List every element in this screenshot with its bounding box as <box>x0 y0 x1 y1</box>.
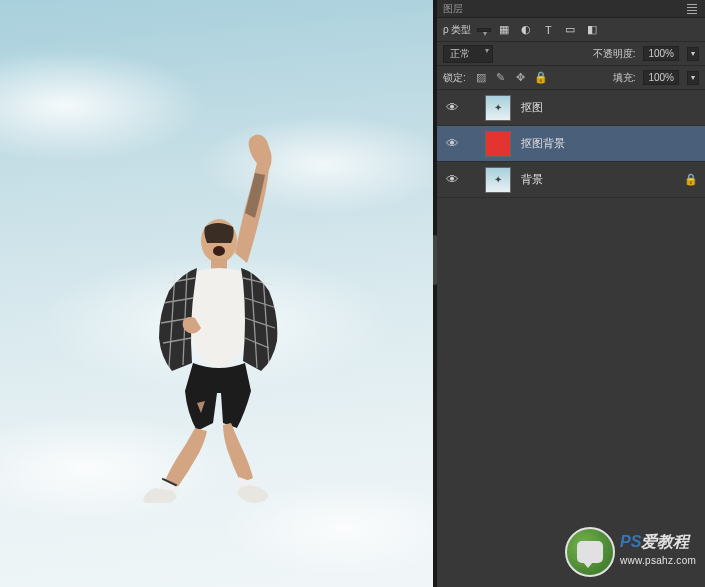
layer-thumbnail[interactable] <box>485 167 511 193</box>
layer-row[interactable]: 👁 背景 🔒 <box>437 162 705 198</box>
opacity-dropdown-icon[interactable]: ▾ <box>687 47 699 61</box>
filter-pixel-icon[interactable]: ▦ <box>497 23 511 37</box>
layer-row[interactable]: 👁 抠图 <box>437 90 705 126</box>
filter-type-dropdown[interactable] <box>477 28 491 32</box>
panel-tab-label[interactable]: 图层 <box>443 2 463 16</box>
opacity-value[interactable]: 100% <box>643 46 679 61</box>
visibility-icon[interactable]: 👁 <box>441 100 463 115</box>
visibility-icon[interactable]: 👁 <box>441 172 463 187</box>
layers-panel: 图层 ρ 类型 ▦ ◐ T ▭ ◧ 正常 不透明度: 100% ▾ 锁定: <box>437 0 705 587</box>
filter-text-icon[interactable]: T <box>541 23 555 37</box>
fill-dropdown-icon[interactable]: ▾ <box>687 71 699 85</box>
layer-lock-indicator: 🔒 <box>681 173 701 186</box>
canvas[interactable] <box>0 0 433 587</box>
opacity-label: 不透明度: <box>593 47 636 61</box>
layer-thumbnail[interactable] <box>485 95 511 121</box>
svg-point-1 <box>213 246 225 256</box>
layer-name-label[interactable]: 抠图背景 <box>515 136 677 151</box>
lock-fill-row: 锁定: ▨ ✎ ✥ 🔒 填充: 100% ▾ <box>437 66 705 90</box>
filter-adjustment-icon[interactable]: ◐ <box>519 23 533 37</box>
layer-name-label[interactable]: 抠图 <box>515 100 677 115</box>
blend-mode-dropdown[interactable]: 正常 <box>443 45 493 63</box>
lock-pixels-icon[interactable]: ✎ <box>494 71 508 85</box>
lock-all-icon[interactable]: 🔒 <box>534 71 548 85</box>
layer-name-label[interactable]: 背景 <box>515 172 677 187</box>
layer-filter-row: ρ 类型 ▦ ◐ T ▭ ◧ <box>437 18 705 42</box>
panel-divider[interactable] <box>433 0 437 587</box>
lock-label: 锁定: <box>443 71 466 85</box>
fill-label: 填充: <box>613 71 636 85</box>
filter-smartobject-icon[interactable]: ◧ <box>585 23 599 37</box>
layer-thumbnail[interactable] <box>485 131 511 157</box>
blend-opacity-row: 正常 不透明度: 100% ▾ <box>437 42 705 66</box>
layers-list: 👁 抠图 👁 抠图背景 👁 背景 🔒 <box>437 90 705 587</box>
layer-row[interactable]: 👁 抠图背景 <box>437 126 705 162</box>
panel-menu-icon[interactable] <box>685 4 699 14</box>
lock-position-icon[interactable]: ✥ <box>514 71 528 85</box>
filter-type-label[interactable]: ρ 类型 <box>443 23 471 37</box>
canvas-subject <box>97 123 337 503</box>
visibility-icon[interactable]: 👁 <box>441 136 463 151</box>
lock-transparency-icon[interactable]: ▨ <box>474 71 488 85</box>
filter-shape-icon[interactable]: ▭ <box>563 23 577 37</box>
fill-value[interactable]: 100% <box>643 70 679 85</box>
